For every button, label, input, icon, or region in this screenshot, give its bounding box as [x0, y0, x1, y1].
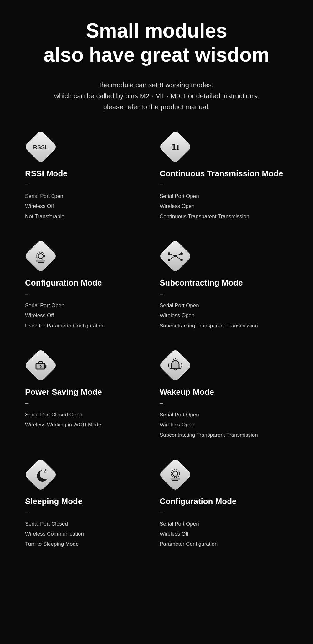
svg-line-26: [177, 359, 178, 360]
power-saving-mode-details: Serial Port Closed Open Wireless Working…: [25, 410, 153, 430]
subcontracting-icon: [160, 240, 191, 272]
continuous-icon: 1ι: [160, 131, 191, 162]
mode-card-sleeping: Z z Sleeping Mode – Serial Port Closed W…: [25, 459, 153, 549]
continuous-mode-divider: –: [160, 181, 288, 188]
wakeup-mode-divider: –: [160, 399, 288, 407]
svg-rect-4: [25, 240, 56, 272]
mode-card-subcontracting: Subcontracting Mode – Serial Port Open W…: [160, 240, 288, 331]
sleeping-mode-title: Sleeping Mode: [25, 497, 153, 506]
hero-title: Small modules also have great wisdom: [13, 19, 300, 67]
config2-mode-title: Configuration Mode: [160, 497, 288, 506]
config-icon: [25, 240, 56, 272]
modes-grid: RSSL RSSI Mode – Serial Port 0pen Wirele…: [13, 131, 300, 549]
config2-mode-details: Serial Port Open Wireless Off Parameter …: [160, 519, 288, 549]
mode-card-wakeup: Wakeup Mode – Serial Port Open Wireless …: [160, 350, 288, 440]
power-saving-mode-divider: –: [25, 399, 153, 407]
mode-card-continuous: 1ι Continuous Transmission Mode – Serial…: [160, 131, 288, 222]
sleeping-mode-divider: –: [25, 509, 153, 516]
mode-card-power-saving: Power Saving Mode – Serial Port Closed O…: [25, 350, 153, 440]
rssi-mode-title: RSSI Mode: [25, 169, 153, 178]
rssi-icon: RSSL: [25, 131, 56, 162]
subcontracting-mode-title: Subcontracting Mode: [160, 278, 288, 288]
power-saving-mode-title: Power Saving Mode: [25, 387, 153, 397]
subcontracting-mode-details: Serial Port Open Wireless Open Subcontra…: [160, 301, 288, 331]
config2-mode-divider: –: [160, 509, 288, 516]
svg-text:z: z: [45, 468, 46, 471]
wakeup-mode-title: Wakeup Mode: [160, 387, 288, 397]
mode-card-config2: Configuration Mode – Serial Port Open Wi…: [160, 459, 288, 549]
svg-rect-27: [25, 459, 56, 490]
continuous-mode-title: Continuous Transmission Mode: [160, 169, 288, 178]
title-line1: Small modules also have great wisdom: [13, 19, 300, 67]
mode-card-rssi: RSSL RSSI Mode – Serial Port 0pen Wirele…: [25, 131, 153, 222]
mode-card-config: Configuration Mode – Serial Port Open Wi…: [25, 240, 153, 331]
config-mode-title: Configuration Mode: [25, 278, 153, 288]
svg-rect-30: [160, 459, 191, 490]
wakeup-mode-details: Serial Port Open Wireless Open Subcontra…: [160, 410, 288, 440]
svg-text:1ι: 1ι: [171, 142, 179, 152]
hero-subtitle: the module can set 8 working modes, whic…: [13, 80, 300, 113]
svg-rect-22: [45, 365, 46, 368]
wakeup-icon: [160, 350, 191, 381]
svg-text:RSSL: RSSL: [33, 144, 48, 151]
config-mode-divider: –: [25, 290, 153, 297]
subcontracting-mode-divider: –: [160, 290, 288, 297]
rssi-mode-divider: –: [25, 181, 153, 188]
sleeping-icon: Z z: [25, 459, 56, 490]
config-mode-details: Serial Port Open Wireless Off Used for P…: [25, 301, 153, 331]
svg-line-25: [173, 359, 174, 360]
sleeping-mode-details: Serial Port Closed Wireless Communicatio…: [25, 519, 153, 549]
page-container: Small modules also have great wisdom the…: [0, 0, 313, 574]
power-saving-icon: [25, 350, 56, 381]
continuous-mode-details: Serial Port Open Wireless Open Continuou…: [160, 191, 288, 222]
rssi-mode-details: Serial Port 0pen Wireless Off Not Transf…: [25, 191, 153, 222]
config2-icon: [160, 459, 191, 490]
